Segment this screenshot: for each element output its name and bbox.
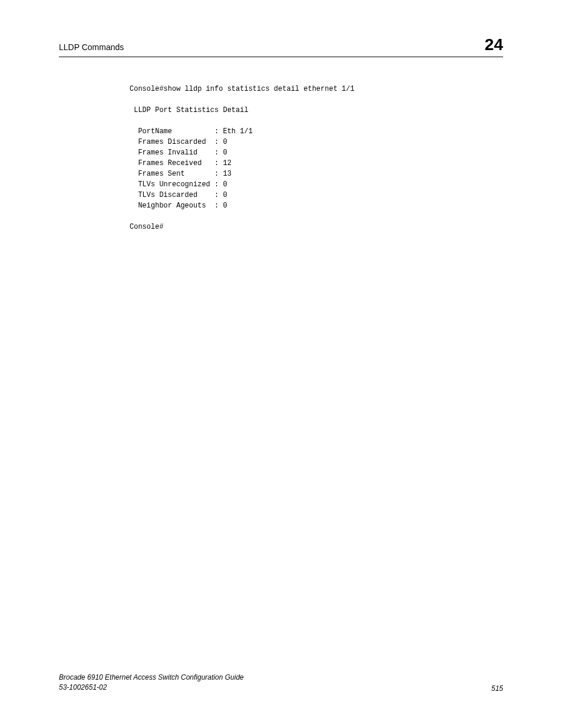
header-row: LLDP Commands 24 xyxy=(59,35,503,57)
console-command: Console#show lldp info statistics detail… xyxy=(130,85,355,93)
doc-number: 53-1002651-02 xyxy=(59,683,244,693)
book-title: Brocade 6910 Ethernet Access Switch Conf… xyxy=(59,673,244,683)
page-header: LLDP Commands 24 xyxy=(59,0,503,57)
stats-line-tlvs-discarded: TLVs Discarded : 0 xyxy=(130,191,227,199)
footer-left: Brocade 6910 Ethernet Access Switch Conf… xyxy=(59,673,244,693)
stats-line-frames-discarded: Frames Discarded : 0 xyxy=(130,138,227,146)
stats-line-frames-invalid: Frames Invalid : 0 xyxy=(130,149,227,157)
stats-line-frames-received: Frames Received : 12 xyxy=(130,159,232,167)
page-number: 515 xyxy=(491,684,503,693)
console-output: Console#show lldp info statistics detail… xyxy=(130,84,503,232)
chapter-number: 24 xyxy=(485,35,503,54)
section-title: LLDP Commands xyxy=(59,42,124,52)
stats-line-portname: PortName : Eth 1/1 xyxy=(130,127,253,136)
console-prompt: Console# xyxy=(130,223,164,231)
page-footer: Brocade 6910 Ethernet Access Switch Conf… xyxy=(59,673,503,693)
stats-heading: LLDP Port Statistics Detail xyxy=(130,106,249,114)
stats-line-tlvs-unrecognized: TLVs Unrecognized : 0 xyxy=(130,180,227,189)
stats-line-frames-sent: Frames Sent : 13 xyxy=(130,170,232,178)
stats-line-neighbor-ageouts: Neighbor Ageouts : 0 xyxy=(130,202,227,210)
